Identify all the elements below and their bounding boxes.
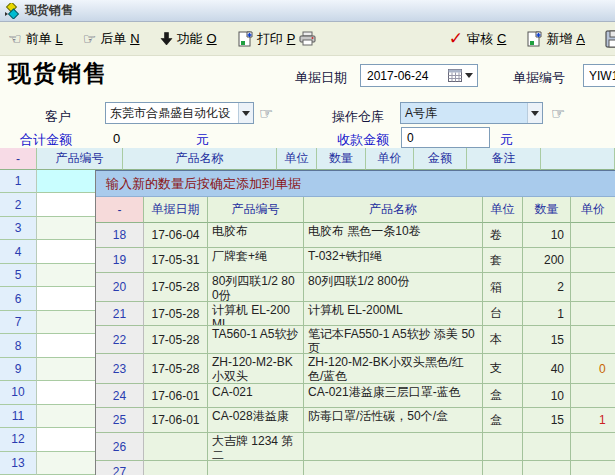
popup-qty-cell[interactable] <box>523 433 571 461</box>
row-number-cell[interactable]: 10 <box>0 381 37 404</box>
popup-qty-cell[interactable]: 1 <box>523 302 571 326</box>
popup-table-row[interactable]: 1817-06-04电胶布电胶布 黑色一条10卷卷10 <box>96 223 615 248</box>
popup-unit-cell[interactable] <box>483 433 523 461</box>
chevron-down-icon[interactable] <box>465 73 473 78</box>
popup-price-cell[interactable]: 1 <box>571 408 615 433</box>
popup-price-cell[interactable] <box>571 273 615 302</box>
column-header[interactable]: 产品编号 <box>37 148 123 170</box>
row-number-cell[interactable]: 9 <box>0 358 37 381</box>
popup-unit-cell[interactable]: 套 <box>483 248 523 273</box>
popup-table-row[interactable]: 2317-05-28ZH-120-M2-BK小双头ZH-120-M2-BK小双头… <box>96 354 615 384</box>
popup-price-cell[interactable] <box>571 433 615 461</box>
customer-combo-arrow[interactable] <box>238 103 253 123</box>
row-number-cell[interactable]: 4 <box>0 240 37 263</box>
popup-date-cell[interactable]: 17-05-28 <box>144 326 208 354</box>
column-header[interactable]: 备注 <box>467 148 541 170</box>
popup-qty-cell[interactable]: 200 <box>523 248 571 273</box>
popup-code-cell[interactable]: 80列四联1/2 800份 <box>208 273 304 302</box>
popup-price-cell[interactable] <box>571 302 615 326</box>
popup-row-number-cell[interactable]: 19 <box>96 248 144 273</box>
popup-date-cell[interactable]: 17-05-28 <box>144 273 208 302</box>
popup-column-header[interactable]: 单位 <box>483 197 523 223</box>
column-header[interactable]: 单价 <box>366 148 414 170</box>
next-doc-button[interactable]: ☞ 后单N <box>83 30 140 48</box>
popup-date-cell[interactable] <box>144 433 208 461</box>
row-number-cell[interactable]: 7 <box>0 311 37 334</box>
popup-unit-cell[interactable]: 卷 <box>483 223 523 248</box>
popup-code-cell[interactable]: 大吉牌 1234 第二 <box>208 433 304 461</box>
prev-doc-button[interactable]: ☜ 前单L <box>8 30 63 48</box>
popup-row-number-cell[interactable]: 24 <box>96 384 144 408</box>
popup-unit-cell[interactable]: 盒 <box>483 408 523 433</box>
popup-price-cell[interactable] <box>571 461 615 475</box>
popup-column-header[interactable]: 产品编号 <box>208 197 304 223</box>
row-number-cell[interactable]: 12 <box>0 428 37 451</box>
popup-table-row[interactable]: 2417-06-01CA-021CA-021港益康三层口罩-蓝色盒10 <box>96 384 615 408</box>
popup-name-cell[interactable]: 防毒口罩/活性碳，50个/盒 <box>304 408 483 433</box>
popup-code-cell[interactable]: TA560-1 A5软抄 <box>208 326 304 354</box>
popup-unit-cell[interactable]: 箱 <box>483 273 523 302</box>
popup-date-cell[interactable]: 17-05-31 <box>144 248 208 273</box>
popup-row-number-cell[interactable]: 22 <box>96 326 144 354</box>
audit-button[interactable]: ✓ 审核C <box>449 30 507 48</box>
row-number-cell[interactable]: 11 <box>0 405 37 428</box>
popup-row-selector-header[interactable]: - <box>96 197 144 223</box>
popup-column-header[interactable]: 单据日期 <box>144 197 208 223</box>
column-header[interactable]: 金额 <box>414 148 467 170</box>
popup-qty-cell[interactable] <box>523 461 571 475</box>
popup-code-cell[interactable]: 厂牌套+绳 <box>208 248 304 273</box>
row-selector-header[interactable]: - <box>0 148 37 170</box>
popup-code-cell[interactable]: ZH-120-M2-BK小双头 <box>208 354 304 384</box>
popup-name-cell[interactable]: 笔记本FA550-1 A5软抄 添美 50页 <box>304 326 483 354</box>
row-number-cell[interactable]: 5 <box>0 264 37 287</box>
row-number-cell[interactable]: 3 <box>0 217 37 240</box>
doc-no-field[interactable]: YIW1 <box>583 64 615 87</box>
popup-unit-cell[interactable]: 本 <box>483 326 523 354</box>
popup-date-cell[interactable]: 17-06-04 <box>144 223 208 248</box>
print-button[interactable]: 打印P <box>237 30 317 48</box>
popup-price-cell[interactable] <box>571 223 615 248</box>
popup-row-number-cell[interactable]: 18 <box>96 223 144 248</box>
popup-table-row[interactable]: 2217-05-28TA560-1 A5软抄笔记本FA550-1 A5软抄 添美… <box>96 326 615 354</box>
column-header[interactable]: 数量 <box>317 148 366 170</box>
popup-table-row[interactable]: 26大吉牌 1234 第二 <box>96 433 615 461</box>
doc-date-picker[interactable]: 2017-06-24 <box>360 64 478 87</box>
popup-code-cell[interactable]: 计算机 EL-200ML <box>208 302 304 326</box>
add-new-button[interactable]: 新增A <box>526 30 585 48</box>
popup-name-cell[interactable]: 电胶布 黑色一条10卷 <box>304 223 483 248</box>
popup-price-cell[interactable]: 0 <box>571 354 615 384</box>
popup-table-row[interactable]: 27 <box>96 461 615 475</box>
column-header[interactable]: 产品名称 <box>123 148 277 170</box>
popup-date-cell[interactable]: 17-05-28 <box>144 354 208 384</box>
popup-name-cell[interactable]: T-032+铁扣绳 <box>304 248 483 273</box>
received-amount-input[interactable]: 0 <box>401 127 490 148</box>
popup-date-cell[interactable]: 17-06-01 <box>144 408 208 433</box>
popup-code-cell[interactable]: CA-021 <box>208 384 304 408</box>
popup-row-number-cell[interactable]: 25 <box>96 408 144 433</box>
popup-name-cell[interactable]: 80列四联1/2 800份 <box>304 273 483 302</box>
warehouse-lookup-icon[interactable]: ☞ <box>551 104 565 123</box>
row-number-cell[interactable]: 8 <box>0 334 37 357</box>
popup-column-header[interactable]: 数量 <box>523 197 571 223</box>
popup-code-cell[interactable] <box>208 461 304 475</box>
popup-table-row[interactable]: 2017-05-2880列四联1/2 800份80列四联1/2 800份箱2 <box>96 273 615 302</box>
functions-button[interactable]: 功能O <box>160 30 217 48</box>
row-number-cell[interactable]: 13 <box>0 452 37 475</box>
popup-table-row[interactable]: 2117-05-28计算机 EL-200ML计算机 EL-200ML台1 <box>96 302 615 326</box>
popup-date-cell[interactable]: 17-06-01 <box>144 384 208 408</box>
popup-date-cell[interactable]: 17-05-28 <box>144 302 208 326</box>
popup-row-number-cell[interactable]: 26 <box>96 433 144 461</box>
popup-qty-cell[interactable]: 40 <box>523 354 571 384</box>
popup-name-cell[interactable]: CA-021港益康三层口罩-蓝色 <box>304 384 483 408</box>
popup-unit-cell[interactable]: 盒 <box>483 384 523 408</box>
popup-qty-cell[interactable]: 15 <box>523 326 571 354</box>
popup-qty-cell[interactable]: 15 <box>523 408 571 433</box>
popup-qty-cell[interactable]: 10 <box>523 384 571 408</box>
warehouse-combo[interactable]: A号库 <box>400 102 543 124</box>
popup-name-cell[interactable]: ZH-120-M2-BK小双头黑色/红色/蓝色 <box>304 354 483 384</box>
popup-name-cell[interactable]: 计算机 EL-200ML <box>304 302 483 326</box>
popup-row-number-cell[interactable]: 20 <box>96 273 144 302</box>
save-button[interactable] <box>605 30 615 48</box>
popup-row-number-cell[interactable]: 23 <box>96 354 144 384</box>
popup-qty-cell[interactable]: 10 <box>523 223 571 248</box>
